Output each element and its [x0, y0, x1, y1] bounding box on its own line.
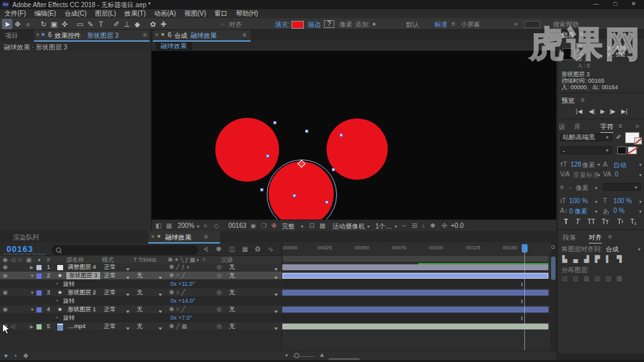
- collapse-arrow-icon[interactable]: ▼: [30, 272, 34, 279]
- comp-sub-tab[interactable]: 融球效果: [155, 42, 192, 50]
- panel-menu-icon[interactable]: ≡: [243, 31, 247, 38]
- eye-icon[interactable]: ◉: [3, 289, 8, 296]
- workspace-menu-icon[interactable]: ≡: [451, 20, 455, 27]
- align-center-h-button[interactable]: ▄: [571, 255, 580, 262]
- play-button[interactable]: ▶: [600, 108, 605, 115]
- pick-whip-icon[interactable]: ◎: [217, 289, 222, 296]
- tab-close-icon[interactable]: ×: [151, 233, 155, 240]
- workspace-standard[interactable]: 标准: [435, 20, 448, 29]
- search-scope-box[interactable]: [524, 21, 540, 28]
- audio-icon[interactable]: ◁: [10, 323, 15, 330]
- no-stroke-swatch[interactable]: [628, 146, 637, 154]
- eraser-tool-icon[interactable]: ◆: [132, 19, 142, 29]
- tab-preview[interactable]: 预览: [561, 96, 574, 105]
- tracking-value[interactable]: 0: [615, 171, 619, 178]
- align-right-button[interactable]: ▟: [582, 255, 591, 262]
- draft3d-icon[interactable]: ✽: [216, 245, 221, 253]
- fill-color-swatch[interactable]: [291, 21, 304, 29]
- property-row-rotation[interactable]: ◔ 旋转 0x +14.0°: [0, 297, 282, 305]
- menu-help[interactable]: 帮助(H): [236, 9, 258, 18]
- vertical-scale-value[interactable]: 100 %: [569, 197, 587, 204]
- mask-toggle-icon[interactable]: ◇: [214, 222, 219, 229]
- shape-circle-left[interactable]: [215, 118, 279, 182]
- leading-value[interactable]: 自动: [613, 161, 626, 170]
- timeline-search-input[interactable]: [52, 245, 198, 255]
- layer-row-5[interactable]: ◉ ◁ ▶ 5 ....mp4 正常 ▼ 无 ▼ ✽╱▦ ◎ 无 ▼: [0, 322, 282, 331]
- time-ruler[interactable]: 00000 00025 00050 00075 00100 00125 0015…: [282, 242, 550, 256]
- exposure-gear-icon[interactable]: ✣: [442, 222, 447, 229]
- selection-handle[interactable]: [332, 168, 335, 171]
- fill-label[interactable]: 填充:: [275, 20, 290, 29]
- hide-shy-icon[interactable]: ◫: [229, 245, 235, 253]
- tab-effect-controls[interactable]: × ■ 6 效果控件 形状图层 3 ≡: [34, 30, 150, 42]
- align-center-v-button[interactable]: ▌: [604, 255, 613, 262]
- stroke-width-value[interactable]: -: [569, 184, 571, 191]
- scrollbar-thumb[interactable]: [551, 257, 556, 280]
- roto-brush-tool-icon[interactable]: ✿: [148, 19, 158, 29]
- text-stroke-color-swatch[interactable]: [634, 137, 642, 145]
- workspace-small-screen[interactable]: 小屏幕: [461, 20, 480, 29]
- collapse-arrow-icon[interactable]: ▼: [30, 306, 34, 313]
- tab-close-icon[interactable]: ×: [155, 31, 159, 38]
- layer-switches[interactable]: ✽○╱: [169, 306, 187, 313]
- menu-edit[interactable]: 编辑(E): [34, 9, 56, 18]
- tab-paragraph[interactable]: 段落: [563, 233, 576, 242]
- hand-tool-icon[interactable]: ✥: [12, 19, 23, 29]
- parent-select[interactable]: 无: [229, 272, 235, 279]
- work-area-bar[interactable]: [282, 255, 549, 262]
- tab-project[interactable]: 项目: [5, 31, 18, 40]
- add-label[interactable]: 添加:: [355, 20, 370, 29]
- expand-arrow-icon[interactable]: ▶: [30, 264, 33, 271]
- tab-character[interactable]: 字符: [600, 122, 613, 133]
- layer-name[interactable]: ....mp4: [68, 323, 86, 330]
- layer-row-3[interactable]: ◉ ▼ 3 ★ 形状图层 2 正常 ▼ 无 ▼ ✽○╱ ◎ 无 ▼: [0, 288, 282, 297]
- distribute-center-h-button[interactable]: ▨: [604, 275, 613, 282]
- property-name[interactable]: 旋转: [63, 298, 75, 305]
- magnification-icon[interactable]: ▦: [166, 222, 172, 229]
- layer-name[interactable]: 形状图层 3: [66, 272, 100, 279]
- maximize-button[interactable]: □: [606, 1, 624, 7]
- layer-row-1[interactable]: ◉ ▶ 1 调整图层 4 正常 ▼ ✽╱ƒ◐ ◎ 无 ▼: [0, 263, 282, 272]
- expand-arrow-icon[interactable]: ▶: [30, 323, 33, 330]
- label-color-chip[interactable]: [36, 273, 42, 279]
- menu-layer[interactable]: 图层(L): [95, 9, 116, 18]
- parent-select[interactable]: 无: [229, 289, 235, 296]
- label-color-chip[interactable]: [36, 265, 42, 270]
- always-preview-icon[interactable]: ◧: [155, 222, 161, 229]
- keyframe-marker[interactable]: I: [521, 299, 523, 305]
- layer-bar-4[interactable]: [282, 307, 548, 313]
- zoom-out-mountain-icon[interactable]: ▲: [284, 352, 289, 357]
- eye-icon[interactable]: ◉: [3, 306, 8, 313]
- collapse-arrow-icon[interactable]: ▼: [30, 289, 34, 296]
- eyedropper-icon[interactable]: ✐: [616, 133, 621, 141]
- layer-row-2-selected[interactable]: ◉ ▼ 2 ★ 形状图层 3 正常 ▼ 无 ▼ ✽○╱ ◎ 无 ▼: [0, 272, 282, 280]
- pick-whip-icon[interactable]: ◎: [217, 272, 222, 279]
- shape-circle-right[interactable]: [327, 118, 388, 180]
- property-value[interactable]: 0x +7.0°: [170, 314, 192, 322]
- kerning-value[interactable]: 度量标准: [573, 171, 599, 180]
- parent-select[interactable]: 无: [229, 264, 235, 271]
- view-layout-select[interactable]: 1个…: [375, 222, 392, 231]
- workspace-default[interactable]: 默认: [406, 20, 419, 29]
- panel-menu-icon[interactable]: ≡: [581, 96, 585, 104]
- panel-menu-icon[interactable]: ≡: [580, 31, 584, 38]
- comp-marker-icon[interactable]: ⬠: [551, 245, 555, 250]
- tab-close-icon[interactable]: ×: [36, 31, 40, 38]
- pick-whip-icon[interactable]: ◎: [217, 264, 222, 271]
- layer-name[interactable]: 形状图层 1: [68, 306, 96, 313]
- channels-icon[interactable]: ✤: [271, 222, 276, 229]
- flowchart-icon[interactable]: ✱: [430, 222, 435, 229]
- font-style-select[interactable]: -▼: [560, 146, 612, 154]
- menu-effect[interactable]: 效果(T): [124, 9, 146, 18]
- toolbar-overflow-icon[interactable]: »: [514, 20, 518, 27]
- selection-handle[interactable]: [340, 133, 343, 137]
- rotation-tool-icon[interactable]: ↻: [38, 19, 49, 29]
- layer-name[interactable]: 调整图层 4: [68, 264, 96, 271]
- selection-tool-icon[interactable]: ➤: [2, 19, 12, 29]
- playhead-line[interactable]: [524, 253, 525, 350]
- search-help-label[interactable]: 搜索帮助: [553, 20, 579, 29]
- next-frame-button[interactable]: |▶: [610, 108, 615, 115]
- align-to-select[interactable]: 合成: [606, 245, 619, 254]
- expand-inout-icon[interactable]: ❖: [23, 352, 29, 359]
- label-color-chip[interactable]: [36, 290, 42, 296]
